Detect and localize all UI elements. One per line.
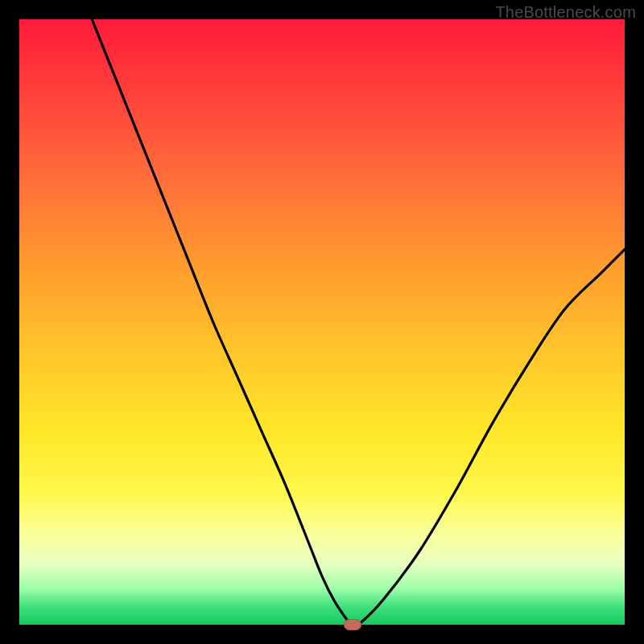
chart-stage: TheBottleneck.com xyxy=(0,0,644,644)
plot-area xyxy=(19,19,625,625)
optimal-point-marker xyxy=(344,619,361,630)
watermark-text: TheBottleneck.com xyxy=(495,3,636,22)
bottleneck-curve xyxy=(19,19,625,625)
